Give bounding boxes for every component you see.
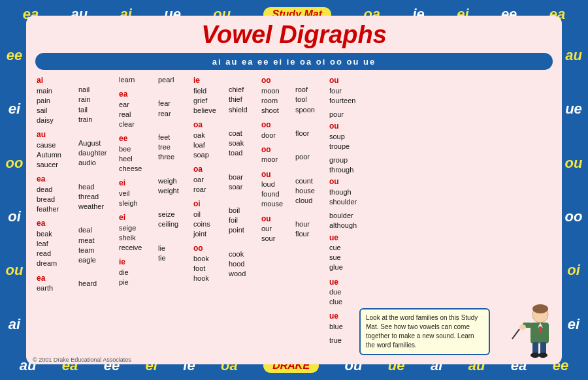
word-group: coat soak toad (229, 119, 255, 159)
border-word: oi (567, 262, 580, 279)
digraph-label: oa (193, 120, 203, 129)
word-group: ou soup troupe (329, 121, 365, 151)
word: glue (329, 262, 365, 272)
border-word: oi (8, 208, 21, 225)
word: meat (78, 236, 112, 245)
word: tree (158, 142, 187, 152)
svg-rect-4 (539, 326, 542, 333)
word: main (37, 86, 72, 96)
column-9: ou four fourteen pour ou soup troupe gro… (328, 75, 366, 345)
outer-border: ea au ai ue ou Study Mat oa ie ei ee ea … (0, 0, 588, 380)
word-group: weigh weight (158, 166, 187, 196)
word: fourteen (329, 96, 365, 106)
word: although (329, 221, 365, 230)
word: pearl (158, 75, 187, 85)
word: weigh (158, 176, 187, 186)
digraph-label: oo (261, 145, 271, 154)
word-group: boar soar (229, 162, 255, 192)
digraph-label: ei (119, 178, 125, 187)
word-group: oo door (261, 119, 289, 140)
digraph-label: oo (193, 244, 203, 253)
digraph-label: ie (193, 76, 200, 85)
word (78, 75, 112, 85)
border-word: ai (8, 316, 20, 333)
border-word: ei (568, 316, 580, 333)
word-group: pearl (158, 75, 187, 85)
digraph-label: oi (193, 199, 201, 208)
word (78, 215, 112, 225)
word: believe (193, 106, 222, 116)
svg-point-1 (532, 304, 548, 313)
word: cue (329, 243, 365, 253)
word-group: count house cloud (295, 166, 323, 206)
word (295, 166, 323, 176)
svg-line-7 (512, 329, 519, 339)
word: floor (295, 129, 323, 138)
word: nail (78, 85, 112, 95)
digraph-label: ea (37, 174, 45, 183)
digraph-label: ou (329, 121, 339, 131)
word: rain (78, 95, 112, 104)
inner-card: Vowel Digraphs ai au ea ee ei ie oa oi o… (26, 16, 562, 364)
word: soak (229, 138, 255, 148)
word: tool (295, 95, 323, 104)
digraph-label: ea (37, 274, 45, 283)
word: foot (193, 264, 222, 274)
word: weight (158, 186, 187, 196)
word-group: hour flour (295, 210, 323, 240)
border-word: ou (6, 262, 24, 279)
header-letters: ai au ea ee ei ie oa oi oo ou ue (212, 57, 376, 67)
word (295, 119, 323, 129)
word: fear (158, 99, 187, 108)
word: boil (229, 206, 255, 215)
word: coins (193, 219, 222, 229)
word-group: floor (295, 119, 323, 138)
word (158, 123, 187, 133)
word-group: ea dead bread feather (37, 174, 72, 214)
word: lie (158, 244, 187, 253)
word: pie (119, 277, 152, 287)
word: sue (329, 253, 365, 262)
word: tail (78, 105, 112, 115)
word: three (158, 152, 187, 162)
digraph-label: ee (119, 134, 127, 143)
word-group: group through (329, 155, 365, 175)
word: house (295, 186, 323, 196)
column-4: pearl fear rear feet tree three weigh we (157, 75, 188, 345)
word: August (78, 138, 112, 148)
column-8: roof tool spoon floor poor count house c (294, 75, 324, 345)
word: sour (261, 234, 289, 244)
border-word: ei (8, 101, 20, 118)
word-group: ue cue sue glue (329, 232, 365, 273)
word: spoon (295, 105, 323, 115)
word: shield (229, 105, 255, 115)
word-group: oo moon room shoot (261, 75, 289, 116)
word (158, 166, 187, 176)
word: thread (78, 192, 112, 202)
word: roof (295, 85, 323, 95)
word: seige (119, 223, 152, 233)
word-group: ei seige sheik receive (119, 212, 152, 253)
word: shoot (261, 106, 289, 116)
copyright: © 2001 Drake Educational Associates (33, 356, 131, 363)
word-group: ou loud found mouse (261, 169, 289, 210)
word: hood (229, 259, 255, 269)
word: boar (229, 172, 255, 182)
word (158, 233, 187, 243)
column-6: chief thief shield coat soak toad boar s… (227, 75, 256, 345)
word: Autumn (37, 150, 72, 160)
word (78, 172, 112, 182)
word (78, 269, 112, 279)
word: oak (193, 131, 222, 140)
word: veil (119, 189, 152, 198)
word: saucer (37, 160, 72, 170)
word: roar (193, 185, 222, 195)
word: heard (78, 279, 112, 289)
word: ceiling (158, 219, 187, 229)
word: loaf (193, 140, 222, 150)
word: loud (261, 180, 289, 189)
word (229, 75, 255, 85)
svg-point-6 (519, 325, 526, 330)
word: ear (119, 100, 152, 110)
digraph-label: oa (193, 165, 203, 174)
